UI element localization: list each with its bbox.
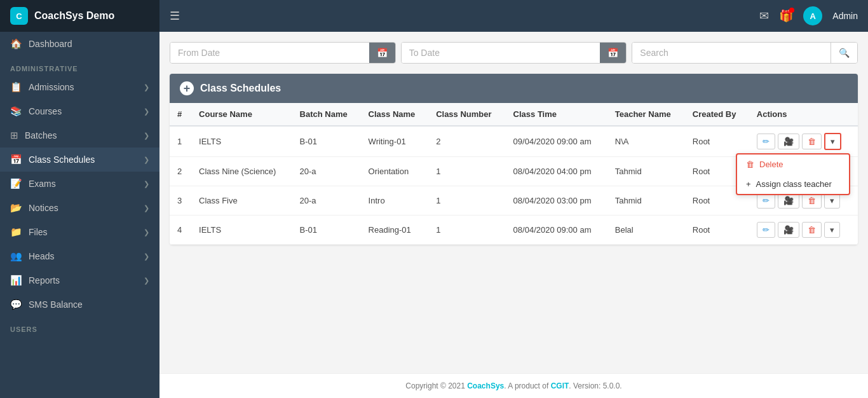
edit-button[interactable]: ✏ (757, 134, 775, 149)
sidebar-item-label: Notices (29, 203, 58, 213)
footer-text-mid: . A product of (504, 381, 550, 390)
avatar[interactable]: A (803, 6, 822, 25)
cell-num: 1 (170, 126, 191, 157)
footer-cgit-link[interactable]: CGIT (551, 381, 569, 390)
video-button[interactable]: 🎥 (778, 134, 799, 149)
chevron-right-icon: ❯ (144, 228, 149, 237)
cell-teacher: Belal (607, 216, 685, 245)
notification-dot (789, 8, 794, 13)
cell-batch: 20-a (292, 186, 361, 216)
topbar: ☰ ✉ 🎁 A Admin (159, 0, 868, 32)
sidebar-item-batches[interactable]: ⊞ Batches ❯ (0, 123, 159, 148)
dashboard-icon: 🏠 (10, 38, 22, 50)
menu-icon[interactable]: ☰ (170, 9, 180, 23)
class-schedules-icon: 📅 (10, 154, 22, 165)
dropdown-delete-item[interactable]: 🗑 Delete (737, 154, 849, 174)
panel-header: + Class Schedules (170, 74, 858, 103)
sidebar-item-label: Exams (29, 179, 56, 189)
sidebar-item-courses[interactable]: 📚 Courses ❯ (0, 99, 159, 123)
table-row: 1 IELTS B-01 Writing-01 2 09/04/2020 09:… (170, 126, 858, 157)
cell-teacher: Tahmid (607, 157, 685, 186)
sidebar-item-label: Dashboard (29, 39, 72, 49)
to-date-wrapper: 📅 (401, 42, 627, 64)
search-input[interactable] (632, 43, 831, 63)
sidebar-item-admissions[interactable]: 📋 Admissions ❯ (0, 75, 159, 99)
gift-icon[interactable]: 🎁 (779, 9, 793, 23)
sidebar-item-heads[interactable]: 👥 Heads ❯ (0, 244, 159, 268)
class-schedules-panel: + Class Schedules # Course Name Batch Na… (170, 74, 858, 245)
sidebar-item-label: Class Schedules (29, 154, 95, 165)
sidebar-item-label: Admissions (29, 82, 74, 92)
delete-label: Delete (759, 160, 783, 169)
to-date-input[interactable] (402, 43, 600, 63)
col-course: Course Name (191, 103, 292, 126)
dropdown-toggle-button[interactable]: ▾ (824, 222, 840, 238)
col-classtime: Class Time (506, 103, 607, 126)
footer-coachsys-link[interactable]: CoachSys (467, 381, 504, 390)
delete-button[interactable]: 🗑 (802, 222, 822, 238)
col-batch: Batch Name (292, 103, 361, 126)
cell-actions: ✏ 🎥 🗑 ▾ 🗑 Delete (749, 126, 858, 157)
sidebar-item-reports[interactable]: 📊 Reports ❯ (0, 268, 159, 292)
trash-icon: 🗑 (746, 160, 754, 169)
cell-classnumber: 2 (428, 126, 505, 157)
cell-course: IELTS (191, 126, 292, 157)
chevron-right-icon: ❯ (144, 107, 149, 116)
dropdown-toggle-button[interactable]: ▾ (824, 133, 841, 150)
col-actions: Actions (749, 103, 858, 126)
sidebar-item-sms-balance[interactable]: 💬 SMS Balance (0, 292, 159, 317)
cell-batch: B-01 (292, 126, 361, 157)
plus-icon: + (746, 179, 751, 189)
sidebar: C CoachSys Demo 🏠 Dashboard ADMINISTRATI… (0, 0, 159, 398)
footer-text-before: Copyright © 2021 (405, 381, 467, 390)
cell-classtime: 08/04/2020 04:00 pm (506, 157, 607, 186)
add-schedule-button[interactable]: + (180, 81, 194, 95)
action-buttons: ✏ 🎥 🗑 ▾ (757, 222, 850, 238)
cell-classtime: 08/04/2020 09:00 am (506, 216, 607, 245)
chevron-right-icon: ❯ (144, 277, 149, 285)
cell-classnumber: 1 (428, 186, 505, 216)
cell-num: 2 (170, 157, 191, 186)
schedules-table: # Course Name Batch Name Class Name Clas… (170, 103, 858, 245)
sidebar-item-files[interactable]: 📁 Files ❯ (0, 220, 159, 244)
chevron-right-icon: ❯ (144, 252, 149, 261)
cell-batch: B-01 (292, 216, 361, 245)
files-icon: 📁 (10, 226, 22, 238)
from-date-input[interactable] (170, 43, 369, 63)
chevron-right-icon: ❯ (144, 156, 149, 164)
video-button[interactable]: 🎥 (778, 222, 799, 238)
to-date-calendar-button[interactable]: 📅 (600, 43, 626, 63)
sidebar-item-label: Batches (25, 130, 57, 141)
courses-icon: 📚 (10, 106, 22, 117)
sidebar-item-notices[interactable]: 📂 Notices ❯ (0, 196, 159, 220)
cell-teacher: Tahmid (607, 186, 685, 216)
cell-classnumber: 1 (428, 216, 505, 245)
chevron-right-icon: ❯ (144, 180, 149, 188)
heads-icon: 👥 (10, 250, 22, 262)
sidebar-item-exams[interactable]: 📝 Exams ❯ (0, 172, 159, 196)
app-title: CoachSys Demo (34, 10, 114, 22)
cell-created: Root (685, 216, 749, 245)
sidebar-item-class-schedules[interactable]: 📅 Class Schedules ❯ (0, 148, 159, 172)
cell-classtime: 08/04/2020 03:00 pm (506, 186, 607, 216)
dropdown-assign-item[interactable]: + Assign class teacher (737, 174, 849, 194)
action-dropdown-menu: 🗑 Delete + Assign class teacher (736, 153, 850, 195)
from-date-calendar-button[interactable]: 📅 (369, 43, 395, 63)
chevron-right-icon: ❯ (144, 83, 149, 92)
search-button[interactable]: 🔍 (831, 43, 857, 63)
edit-button[interactable]: ✏ (757, 222, 775, 238)
cell-classname: Orientation (361, 157, 429, 186)
assign-label: Assign class teacher (756, 179, 832, 189)
admissions-icon: 📋 (10, 81, 22, 93)
section-admin-label: ADMINISTRATIVE (0, 56, 159, 75)
content-area: 📅 📅 🔍 + Class Schedules # Cour (159, 32, 868, 373)
sidebar-item-label: Files (29, 227, 48, 237)
col-num: # (170, 103, 191, 126)
sidebar-item-dashboard[interactable]: 🏠 Dashboard (0, 32, 159, 56)
inbox-icon[interactable]: ✉ (759, 9, 769, 23)
delete-button[interactable]: 🗑 (802, 134, 822, 149)
search-wrapper: 🔍 (632, 42, 858, 64)
batches-icon: ⊞ (10, 130, 18, 141)
main-content: ☰ ✉ 🎁 A Admin 📅 📅 🔍 (159, 0, 868, 398)
sidebar-header: C CoachSys Demo (0, 0, 159, 32)
